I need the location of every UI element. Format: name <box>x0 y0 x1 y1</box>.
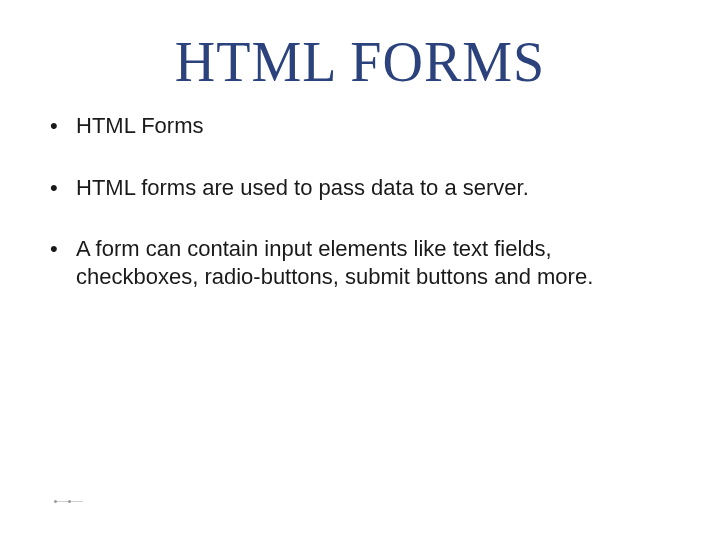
list-item: HTML forms are used to pass data to a se… <box>46 174 680 202</box>
list-item: HTML Forms <box>46 112 680 140</box>
slide: HTML FORMS HTML Forms HTML forms are use… <box>0 0 720 540</box>
list-item: A form can contain input elements like t… <box>46 235 680 290</box>
decoration-icon <box>54 498 88 504</box>
slide-title: HTML FORMS <box>40 30 680 94</box>
bullet-list: HTML Forms HTML forms are used to pass d… <box>46 112 680 290</box>
